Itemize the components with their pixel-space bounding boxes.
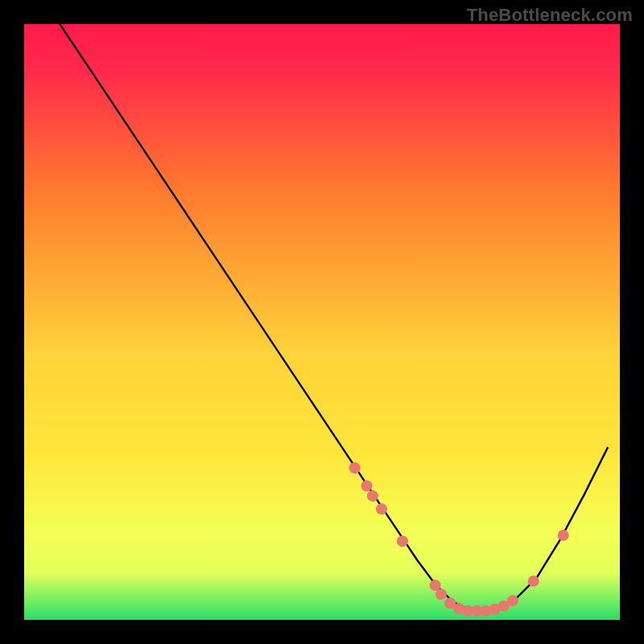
marker-point [397,535,408,547]
marker-point [507,595,518,606]
marker-point [361,481,373,492]
marker-point [367,490,378,502]
chart-frame: TheBottleneck.com [0,0,644,644]
plot-area [24,24,620,620]
bottleneck-chart [24,24,620,620]
marker-point [528,576,539,587]
marker-point [376,503,387,514]
marker-point [558,530,569,541]
gradient-background [24,24,620,620]
watermark-text: TheBottleneck.com [467,5,633,26]
marker-point [349,462,361,473]
marker-point [436,588,447,600]
